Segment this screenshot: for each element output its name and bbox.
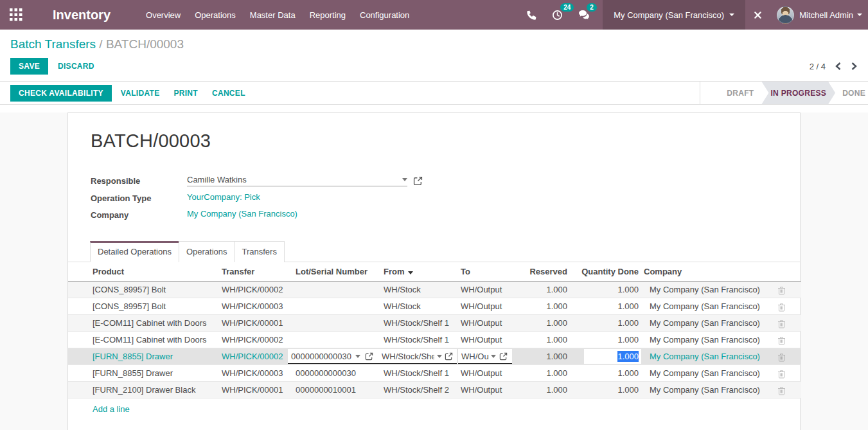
delete-row-button[interactable] <box>773 382 801 399</box>
statusbar: CHECK AVAILABILITY VALIDATE PRINT CANCEL… <box>0 81 868 105</box>
form-sheet: BATCH/00003 Responsible Camille Watkins … <box>67 112 801 430</box>
col-reserved[interactable]: Reserved <box>515 262 570 282</box>
external-link-icon[interactable] <box>365 352 373 361</box>
table-row[interactable]: [FURN_2100] Drawer Black WH/PICK/00001 0… <box>68 382 801 399</box>
top-navbar: Inventory Overview Operations Master Dat… <box>0 0 868 30</box>
menu-master-data[interactable]: Master Data <box>243 0 303 30</box>
content-area: BATCH/00003 Responsible Camille Watkins … <box>0 112 868 430</box>
responsible-field[interactable]: Camille Watkins <box>187 175 407 186</box>
messages-button[interactable]: 2 <box>571 0 598 30</box>
add-a-line-link[interactable]: Add a line <box>68 399 130 414</box>
menu-operations[interactable]: Operations <box>188 0 243 30</box>
tab-operations[interactable]: Operations <box>179 241 235 262</box>
from-cell-editing[interactable]: WH/Stock/She <box>381 348 458 365</box>
breadcrumb-current: BATCH/00003 <box>106 37 184 51</box>
lot-cell-editing[interactable]: 0000000000030 <box>293 348 381 365</box>
debug-tools-button[interactable] <box>745 0 770 30</box>
delete-row-button[interactable] <box>773 365 801 382</box>
col-to[interactable]: To <box>458 262 515 282</box>
tab-detailed-operations[interactable]: Detailed Operations <box>90 241 179 262</box>
qty-cell-editing[interactable]: 1.000 <box>570 348 641 365</box>
pager-value: 2 / 4 <box>810 62 826 71</box>
notebook: Detailed Operations Operations Transfers… <box>68 241 800 415</box>
delete-row-button[interactable] <box>773 348 801 365</box>
chevron-down-icon <box>729 13 734 16</box>
trash-icon <box>777 386 786 395</box>
company-label: Company <box>91 209 187 220</box>
discard-button[interactable]: DISCARD <box>58 62 94 71</box>
pager-next-icon[interactable] <box>851 62 858 71</box>
apps-menu-button[interactable] <box>0 0 33 30</box>
table-row-selected[interactable]: [FURN_8855] Drawer WH/PICK/00002 0000000… <box>68 348 801 365</box>
table-row[interactable]: [FURN_8855] Drawer WH/PICK/00003 0000000… <box>68 365 801 382</box>
external-link-icon[interactable] <box>499 352 508 361</box>
chevron-down-icon <box>857 13 862 16</box>
print-button[interactable]: PRINT <box>173 89 198 98</box>
table-row[interactable]: [CONS_89957] Bolt WH/PICK/00003 WH/Stock… <box>68 298 801 315</box>
from-input[interactable]: WH/Stock/She <box>378 349 457 364</box>
dropdown-caret-icon[interactable] <box>355 355 360 358</box>
breadcrumb: Batch Transfers / BATCH/00003 <box>10 37 858 51</box>
table-row[interactable]: [E-COM11] Cabinet with Doors WH/PICK/000… <box>68 315 801 332</box>
dropdown-caret-icon[interactable] <box>402 178 407 181</box>
to-cell-editing[interactable]: WH/Ou <box>458 348 515 365</box>
col-product[interactable]: Product <box>68 262 219 282</box>
user-name: Mitchell Admin <box>799 10 853 20</box>
detailed-operations-table: Product Transfer Lot/Serial Number From … <box>68 262 801 399</box>
dropdown-caret-icon[interactable] <box>491 355 496 358</box>
to-input[interactable]: WH/Ou <box>458 349 512 364</box>
activities-button[interactable]: 24 <box>544 0 571 30</box>
delete-row-button[interactable] <box>773 315 801 332</box>
operation-type-value[interactable]: YourCompany: Pick <box>187 192 260 203</box>
message-count-badge: 2 <box>587 3 597 12</box>
breadcrumb-batch-transfers[interactable]: Batch Transfers <box>10 37 96 51</box>
main-menu: Overview Operations Master Data Reportin… <box>139 0 416 30</box>
table-row[interactable]: [CONS_89957] Bolt WH/PICK/00002 WH/Stock… <box>68 282 801 298</box>
menu-reporting[interactable]: Reporting <box>303 0 353 30</box>
save-button[interactable]: SAVE <box>10 58 48 75</box>
stage-done[interactable]: DONE <box>835 82 868 104</box>
table-row[interactable]: [E-COM11] Cabinet with Doors WH/PICK/000… <box>68 332 801 348</box>
user-menu[interactable]: Mitchell Admin <box>770 0 868 30</box>
tab-transfers[interactable]: Transfers <box>235 241 285 262</box>
pager-previous-icon[interactable] <box>835 62 842 71</box>
pager: 2 / 4 <box>810 62 858 71</box>
tools-icon <box>753 10 763 20</box>
phone-icon <box>526 10 536 20</box>
delete-row-button[interactable] <box>773 282 801 298</box>
lot-input[interactable]: 0000000000030 <box>288 349 380 364</box>
company-value[interactable]: My Company (San Francisco) <box>187 209 297 220</box>
breadcrumb-separator: / <box>99 37 102 51</box>
delete-row-button[interactable] <box>773 298 801 315</box>
validate-button[interactable]: VALIDATE <box>121 89 160 98</box>
menu-overview[interactable]: Overview <box>139 0 188 30</box>
stage-in-progress[interactable]: IN PROGRESS <box>761 82 835 104</box>
trash-icon <box>777 286 786 295</box>
col-company[interactable]: Company <box>641 262 773 282</box>
col-transfer[interactable]: Transfer <box>219 262 293 282</box>
trash-icon <box>777 370 786 379</box>
menu-configuration[interactable]: Configuration <box>353 0 416 30</box>
quantity-done-input[interactable]: 1.000 <box>584 349 641 364</box>
operation-type-label: Operation Type <box>91 192 187 203</box>
cancel-button[interactable]: CANCEL <box>212 89 245 98</box>
company-switcher-label: My Company (San Francisco) <box>614 10 724 20</box>
col-from[interactable]: From <box>381 262 458 282</box>
col-qty-done[interactable]: Quantity Done <box>570 262 641 282</box>
responsible-label: Responsible <box>91 175 187 186</box>
delete-row-button[interactable] <box>773 332 801 348</box>
phone-button[interactable] <box>518 0 544 30</box>
dropdown-caret-icon[interactable] <box>437 355 442 358</box>
record-title: BATCH/00003 <box>68 130 800 152</box>
company-switcher[interactable]: My Company (San Francisco) <box>603 0 745 30</box>
stage-draft[interactable]: DRAFT <box>700 82 761 104</box>
sort-desc-icon <box>408 271 413 274</box>
app-title[interactable]: Inventory <box>33 8 111 22</box>
systray: 24 2 My Company (San Francisco) Mitchell… <box>518 0 868 30</box>
col-lot[interactable]: Lot/Serial Number <box>293 262 381 282</box>
external-link-icon[interactable] <box>413 175 423 186</box>
form-fields: Responsible Camille Watkins Operation Ty… <box>68 152 800 220</box>
control-panel: Batch Transfers / BATCH/00003 SAVE DISCA… <box>0 30 868 81</box>
check-availability-button[interactable]: CHECK AVAILABILITY <box>10 85 112 102</box>
external-link-icon[interactable] <box>445 352 453 361</box>
